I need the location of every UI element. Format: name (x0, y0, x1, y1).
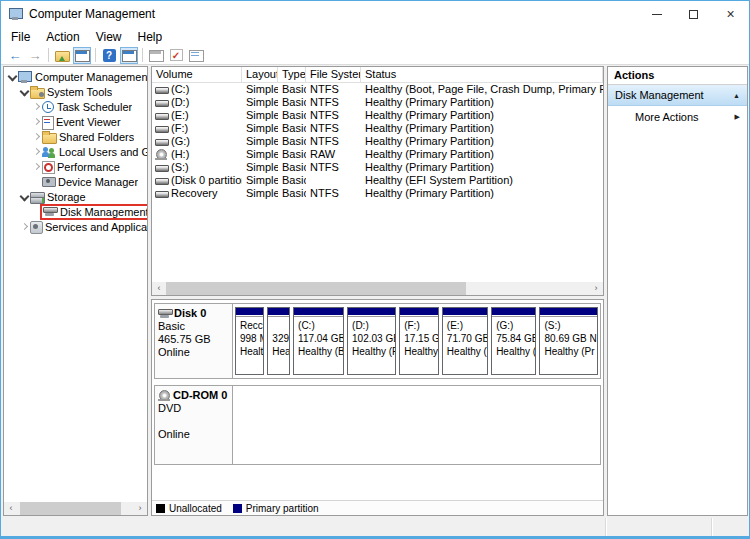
collapsed-chevron-icon[interactable] (19, 221, 30, 232)
volume-scroll-track[interactable] (166, 282, 589, 295)
volume-layout: Simple (242, 96, 278, 109)
volume-layout: Simple (242, 109, 278, 122)
partition-block-g[interactable]: (G:)75.84 GB NHealthy (P (491, 307, 536, 375)
volume-row[interactable]: Recovery (152, 187, 242, 200)
tree-item-label: Task Scheduler (54, 101, 132, 113)
volume-row[interactable]: (F:) (152, 122, 242, 135)
tree-item-shared-folders[interactable]: Shared Folders (4, 129, 147, 144)
actions-header: Actions (608, 67, 747, 85)
maximize-button[interactable] (675, 1, 712, 27)
tree-item-device-manager[interactable]: Device Manager (4, 174, 147, 189)
actions-group-disk-management[interactable]: Disk Management ▲ (608, 85, 747, 106)
column-header-status[interactable]: Status (361, 67, 603, 83)
collapsed-chevron-icon[interactable] (31, 116, 42, 127)
task-scheduler-icon (42, 101, 54, 113)
scroll-left-icon[interactable]: ‹ (152, 282, 166, 295)
column-header-volume[interactable]: Volume (152, 67, 242, 83)
cdrom-label[interactable]: CD-ROM 0 DVD Online (155, 386, 233, 464)
toolbar-button-popup-window[interactable] (147, 47, 165, 64)
volume-row[interactable]: (E:) (152, 109, 242, 122)
menu-item-action[interactable]: Action (38, 28, 87, 46)
scroll-right-icon[interactable]: › (589, 282, 603, 295)
actions-group-label: Disk Management (615, 89, 733, 101)
menu-item-view[interactable]: View (88, 28, 130, 46)
volume-row[interactable]: (Disk 0 partition 2) (152, 174, 242, 187)
show-console-tree-icon (122, 50, 136, 61)
volume-icon (155, 165, 168, 171)
menu-item-file[interactable]: File (3, 28, 38, 46)
toolbar-button-console-window[interactable] (73, 47, 91, 64)
expanded-chevron-icon[interactable] (19, 86, 30, 97)
toolbar-button-help[interactable]: ? (100, 47, 118, 64)
collapse-icon[interactable]: ▲ (733, 92, 740, 99)
volume-name-label: (D:) (171, 96, 189, 109)
tree-item-computer-management-local[interactable]: Computer Management (Local (4, 69, 147, 84)
tree-item-system-tools[interactable]: System Tools (4, 84, 147, 99)
tree-item-performance[interactable]: Performance (4, 159, 147, 174)
tree-item-label: Device Manager (55, 176, 138, 188)
minimize-button[interactable] (638, 1, 675, 27)
volume-row[interactable]: (G:) (152, 135, 242, 148)
properties-icon (189, 50, 203, 61)
toolbar-button-show-console-tree[interactable] (120, 47, 138, 64)
volume-scroll-thumb[interactable] (166, 282, 466, 295)
column-header-type[interactable]: Type (278, 67, 306, 83)
volume-layout: Simple (242, 148, 278, 161)
tree-scroll-thumb[interactable] (20, 502, 121, 515)
tree-item-services-and-applications[interactable]: Services and Applications (4, 219, 147, 234)
tree-item-local-users-and-groups[interactable]: Local Users and Groups (4, 144, 147, 159)
shared-folders-icon (42, 131, 56, 142)
volume-name-label: (S:) (171, 161, 189, 174)
partition-block-e[interactable]: (E:)71.70 GB NHealthy (P (442, 307, 488, 375)
tree-item-disk-management[interactable]: Disk Management (4, 204, 147, 219)
collapsed-chevron-icon[interactable] (31, 146, 42, 157)
tree-item-label: Storage (44, 191, 86, 203)
collapsed-chevron-icon[interactable] (31, 101, 42, 112)
more-actions-item[interactable]: More Actions ▶ (608, 106, 747, 127)
volume-type: Basic (278, 122, 306, 135)
toolbar-button-up-folder[interactable] (53, 47, 71, 64)
partition-block-recc[interactable]: Recc998 MHealt (235, 307, 264, 375)
collapsed-chevron-icon[interactable] (31, 131, 42, 142)
volume-name-label: (H:) (171, 148, 189, 161)
expanded-chevron-icon[interactable] (7, 71, 18, 82)
cdrom-media-area[interactable] (233, 386, 600, 464)
partition-block-efi[interactable]: 329Hea (267, 307, 290, 375)
tree-item-storage[interactable]: Storage (4, 189, 147, 204)
collapsed-chevron-icon[interactable] (31, 161, 42, 172)
toolbar-button-forward-arrow[interactable]: → (26, 47, 44, 64)
volume-row[interactable]: (H:) (152, 148, 242, 161)
disk0-type: Basic (158, 320, 229, 333)
close-button[interactable]: × (712, 1, 749, 27)
toolbar-button-checkmark[interactable]: ✓ (167, 47, 185, 64)
partition-block-c[interactable]: (C:)117.04 GBHealthy (B (293, 307, 344, 375)
expanded-chevron-icon[interactable] (19, 191, 30, 202)
tree-item-event-viewer[interactable]: Event Viewer (4, 114, 147, 129)
column-header-layout[interactable]: Layout (242, 67, 278, 83)
volume-type: Basic (278, 187, 306, 200)
partition-block-d[interactable]: (D:)102.03 GBHealthy (P (347, 307, 396, 375)
scroll-left-icon[interactable]: ‹ (4, 502, 18, 515)
partition-block-s[interactable]: (S:)80.69 GB NHealthy (Pr (539, 307, 598, 375)
up-folder-icon (55, 50, 69, 61)
tree-horizontal-scrollbar[interactable]: ‹ › (4, 502, 147, 515)
partition-block-f[interactable]: (F:)17.15 GEHealthy (399, 307, 439, 375)
volume-horizontal-scrollbar[interactable]: ‹ › (152, 282, 603, 295)
tree-scroll-track[interactable] (18, 502, 133, 515)
disk-rows: Disk 0 Basic 465.75 GB Online Recc998 MH… (152, 300, 603, 500)
scroll-right-icon[interactable]: › (133, 502, 147, 515)
column-header-file-system[interactable]: File System (306, 67, 361, 83)
disk0-label[interactable]: Disk 0 Basic 465.75 GB Online (155, 304, 233, 378)
volume-row[interactable]: (D:) (152, 96, 242, 109)
disk0-row: Disk 0 Basic 465.75 GB Online Recc998 MH… (154, 303, 601, 379)
volume-icon (155, 178, 168, 184)
toolbar-button-properties[interactable] (187, 47, 205, 64)
volume-row[interactable]: (S:) (152, 161, 242, 174)
tree-item-label: Local Users and Groups (56, 146, 147, 158)
tree-item-task-scheduler[interactable]: Task Scheduler (4, 99, 147, 114)
toolbar-button-back-arrow[interactable]: ← (6, 47, 24, 64)
volume-row[interactable]: (C:) (152, 83, 242, 96)
device-manager-icon (42, 176, 55, 187)
legend-label: Primary partition (246, 503, 319, 514)
menu-item-help[interactable]: Help (130, 28, 171, 46)
